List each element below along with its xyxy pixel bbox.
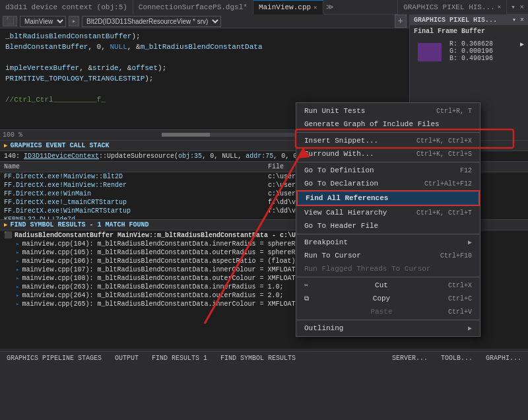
find-all-references-label: Find All References — [306, 194, 388, 202]
main-layout: d3d11 device context (obj:5) ConnectionS… — [0, 0, 528, 420]
find-item-text: mainview.cpp(108): m_bltRadiusBlendConst… — [22, 275, 339, 282]
find-item-icon: ▸ — [16, 292, 19, 299]
tab-bar: d3d11 device context (obj:5) ConnectionS… — [0, 0, 528, 15]
code-line-2: BlendConstantBuffer, 0, NULL, &m_bltRadi… — [0, 42, 409, 52]
find-item-text: mainview.cpp(265): m_bltRadiusBlendConst… — [22, 300, 339, 308]
graphics-close-icon[interactable]: ✕ — [498, 3, 501, 11]
menu-run-flagged-threads: Run Flagged Threads To Cursor — [296, 262, 480, 275]
menu-go-to-header[interactable]: Go To Header File — [296, 219, 480, 232]
menu-run-to-cursor[interactable]: Run To Cursor Ctrl+F10 — [296, 249, 480, 262]
view-call-hierarchy-shortcut: Ctrl+K, Ctrl+T — [416, 209, 472, 217]
breadcrumb-separator: ▸ — [69, 16, 79, 26]
menu-copy[interactable]: ⧉ Copy Ctrl+C — [296, 292, 480, 305]
copy-label: Copy — [373, 295, 390, 302]
class-dropdown[interactable]: MainView — [20, 16, 66, 27]
paste-shortcut: Ctrl+V — [448, 308, 472, 316]
call-stack-name: FF.DirectX.exe!WinMain — [0, 190, 264, 198]
color-values: R: 0.368628 G: 0.000196 B: 0.490196 — [449, 40, 493, 62]
add-tab-button[interactable]: + — [395, 15, 407, 28]
menu-go-to-declaration[interactable]: Go To Declaration Ctrl+Alt+F12 — [296, 177, 480, 190]
generate-graph-label: Generate Graph of Include Files — [304, 120, 440, 128]
tab-server[interactable]: SERVER... — [385, 353, 434, 363]
find-symbol-title: FIND SYMBOL RESULTS - 1 MATCH FOUND — [10, 221, 148, 228]
call-stack-name: FF.DirectX.exe!MainView::Blt2D — [0, 172, 264, 182]
call-stack-name: FF.DirectX.exe!WinMainCRTStartup — [0, 207, 264, 215]
call-link[interactable]: ID3D11DeviceContext — [24, 153, 99, 160]
tab-find-results-1[interactable]: FIND RESULTS 1 — [145, 353, 214, 363]
find-item-icon: ▸ — [16, 275, 19, 282]
menu-cut[interactable]: ✂ Cut Ctrl+X — [296, 279, 480, 292]
find-item-icon: ▸ — [16, 283, 19, 291]
tab-toolb[interactable]: TOOLB... — [434, 353, 479, 363]
find-item-text: mainview.cpp(264): m_bltRadiusBlendConst… — [22, 292, 283, 299]
find-item-icon: ▸ — [16, 266, 19, 273]
find-root-icon: ⬛ — [4, 231, 12, 239]
menu-view-call-hierarchy[interactable]: View Call Hierarchy Ctrl+K, Ctrl+T — [296, 206, 480, 219]
copy-icon: ⧉ — [304, 295, 315, 302]
final-frame-label: Final Frame Buffer — [410, 25, 528, 38]
cut-shortcut: Ctrl+X — [448, 282, 472, 289]
panel-controls[interactable]: ▾ × — [507, 3, 528, 11]
surround-with-label: Surround With... — [304, 150, 374, 158]
menu-generate-graph[interactable]: Generate Graph of Include Files — [296, 118, 480, 131]
graphics-panel-header: GRAPHICS PIXEL HIS... ▾ × — [410, 15, 528, 25]
run-unit-tests-label: Run Unit Tests — [304, 107, 365, 115]
go-to-declaration-shortcut: Ctrl+Alt+F12 — [424, 180, 472, 188]
breakpoint-arrow-icon: ▶ — [468, 238, 472, 246]
outlining-arrow-icon: ▶ — [468, 324, 472, 332]
cut-label: Cut — [375, 281, 388, 289]
find-item-text: mainview.cpp(263): m_bltRadiusBlendConst… — [22, 283, 283, 291]
find-item-icon: ▸ — [16, 258, 19, 265]
tab-d3d11[interactable]: d3d11 device context (obj:5) — [0, 0, 133, 15]
class-icon: ⬛ — [3, 16, 17, 26]
code-line-4: impleVertexBuffer, &stride, &offset); — [0, 63, 409, 73]
bottom-tabs: GRAPHICS PIPELINE STAGES OUTPUT FIND RES… — [0, 351, 528, 365]
find-root-text: RadiusBlendConstantBuffer MainView::m_bl… — [15, 232, 296, 239]
color-g: G: 0.000196 — [449, 48, 493, 55]
color-b: B: 0.490196 — [449, 55, 493, 62]
find-item-icon: ▸ — [16, 249, 19, 256]
tab-connection[interactable]: ConnectionSurfacePS.dgsl* — [133, 0, 253, 15]
tab-overflow[interactable]: ≫ — [323, 3, 337, 11]
tab-graphi[interactable]: GRAPHI... — [479, 353, 528, 363]
run-unit-tests-shortcut: Ctrl+R, T — [436, 108, 472, 115]
menu-find-all-references[interactable]: Find All References — [296, 190, 480, 206]
run-to-cursor-shortcut: Ctrl+F10 — [440, 252, 472, 260]
expand-icon[interactable]: ▶ — [520, 40, 524, 48]
code-line-6 — [0, 84, 409, 94]
close-icon[interactable]: ✕ — [314, 4, 317, 11]
menu-separator-1 — [296, 132, 480, 133]
graphics-panel-title: GRAPHICS PIXEL HIS... — [414, 17, 497, 24]
find-item-icon: ▸ — [16, 300, 19, 308]
find-item-icon: ▸ — [16, 240, 19, 248]
tab-graphics-pipeline[interactable]: GRAPHICS PIPELINE STAGES — [0, 353, 108, 363]
tab-find-symbol-results[interactable]: FIND SYMBOL RESULTS — [214, 353, 302, 363]
menu-go-to-definition[interactable]: Go To Definition F12 — [296, 164, 480, 177]
code-line-3 — [0, 52, 409, 63]
call-stack-title: GRAPHICS EVENT CALL STACK — [10, 142, 109, 149]
menu-outlining[interactable]: Outlining ▶ — [296, 322, 480, 335]
view-call-hierarchy-label: View Call Hierarchy — [304, 209, 387, 217]
color-r: R: 0.368628 — [449, 40, 493, 48]
panel-arrow-icon: ▶ — [4, 142, 7, 149]
color-swatch — [418, 43, 442, 61]
menu-separator-4 — [296, 277, 480, 277]
menu-surround-with[interactable]: Surround With... Ctrl+K, Ctrl+S — [296, 147, 480, 160]
go-to-definition-label: Go To Definition — [304, 166, 374, 174]
go-to-definition-shortcut: F12 — [460, 167, 472, 174]
paste-label: Paste — [370, 308, 392, 316]
menu-insert-snippet[interactable]: Insert Snippet... Ctrl+K, Ctrl+X — [296, 134, 480, 147]
menu-run-unit-tests[interactable]: Run Unit Tests Ctrl+R, T — [296, 104, 480, 118]
menu-breakpoint[interactable]: Breakpoint ▶ — [296, 236, 480, 249]
tab-mainview[interactable]: MainView.cpp ✕ — [253, 0, 323, 15]
zoom-level: 100 % — [3, 131, 22, 139]
panel-pin-icon[interactable]: ▾ × — [512, 16, 524, 24]
tab-output[interactable]: OUTPUT — [108, 353, 145, 363]
menu-separator-2 — [296, 162, 480, 162]
outlining-label: Outlining — [304, 324, 343, 332]
breakpoint-label: Breakpoint — [304, 238, 348, 246]
context-menu: Run Unit Tests Ctrl+R, T Generate Graph … — [296, 102, 480, 337]
editor-toolbar: ⬛ MainView ▸ Blt2D(ID3D11ShaderResourceV… — [0, 15, 409, 28]
method-dropdown[interactable]: Blt2D(ID3D11ShaderResourceView * srv) — [82, 16, 221, 27]
tab-graphics[interactable]: GRAPHICS PIXEL HIS... ✕ — [397, 0, 507, 15]
